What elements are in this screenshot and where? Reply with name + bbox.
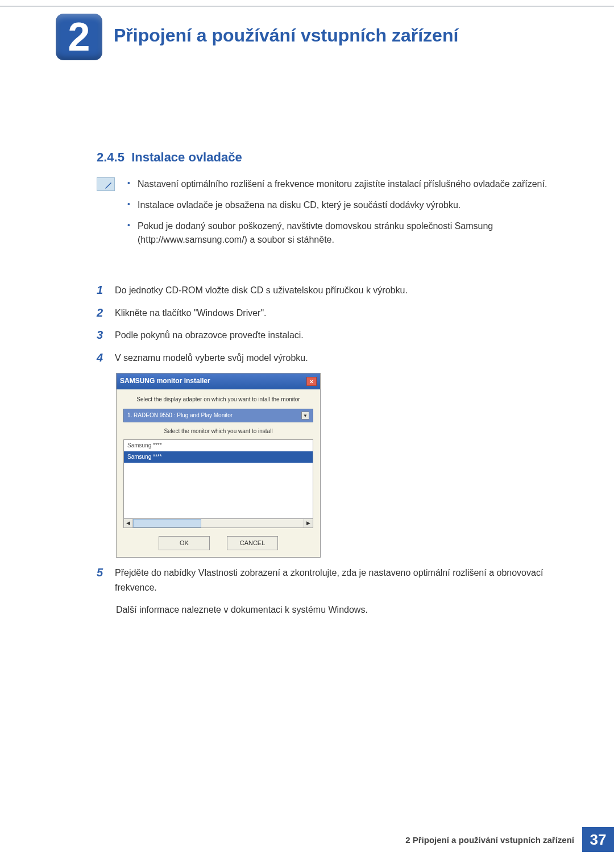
installer-scrollbar[interactable]: ◀ ▶ — [123, 519, 313, 528]
step-number: 1 — [97, 283, 107, 297]
section-number: 2.4.5 — [97, 150, 125, 164]
step-text: Do jednotky CD-ROM vložte disk CD s uživ… — [115, 283, 559, 298]
installer-titlebar: SAMSUNG monitor installer × — [117, 373, 320, 389]
section-heading: 2.4.5 Instalace ovladače — [97, 150, 242, 165]
installer-monitor-list[interactable]: Samsung **** Samsung **** — [123, 439, 313, 519]
installer-buttons: OK CANCEL — [123, 536, 313, 551]
list-item[interactable]: Samsung **** — [124, 440, 313, 451]
step-row: 3 Podle pokynů na obrazovce proveďte ins… — [97, 328, 559, 343]
step-row: 1 Do jednotky CD-ROM vložte disk CD s už… — [97, 283, 559, 298]
note-block: Nastavení optimálního rozlišení a frekve… — [97, 177, 559, 254]
note-icon — [97, 177, 115, 191]
installer-body: Select the display adapter on which you … — [117, 389, 320, 558]
note-list: Nastavení optimálního rozlišení a frekve… — [125, 177, 559, 254]
step-row: 5 Přejděte do nabídky Vlastnosti zobraze… — [97, 566, 559, 595]
installer-adapter-value: 1. RADEON 9550 : Plug and Play Monitor — [127, 411, 233, 420]
list-item[interactable]: Samsung **** — [124, 451, 313, 463]
section-title: Instalace ovladače — [131, 150, 242, 164]
installer-adapter-combo[interactable]: 1. RADEON 9550 : Plug and Play Monitor ▼ — [123, 409, 313, 422]
installer-title: SAMSUNG monitor installer — [120, 376, 210, 387]
top-divider — [0, 6, 614, 7]
chapter-number: 2 — [68, 17, 90, 57]
footer-chapter-text: 2 Připojení a používání vstupních zaříze… — [405, 835, 574, 845]
step-number: 2 — [97, 306, 107, 319]
installer-adapter-label: Select the display adapter on which you … — [123, 395, 313, 404]
note-item: Pokud je dodaný soubor poškozený, navšti… — [125, 219, 559, 248]
step-number: 3 — [97, 328, 107, 342]
step-row: 4 V seznamu modelů vyberte svůj model vý… — [97, 351, 559, 366]
step-text: V seznamu modelů vyberte svůj model výro… — [115, 351, 559, 366]
note-item: Instalace ovladače je obsažena na disku … — [125, 198, 559, 213]
page-footer: 2 Připojení a používání vstupních zaříze… — [405, 827, 614, 852]
scroll-thumb[interactable] — [133, 519, 201, 528]
chapter-badge: 2 — [56, 14, 102, 60]
ok-button[interactable]: OK — [159, 536, 210, 551]
installer-dialog: SAMSUNG monitor installer × Select the d… — [116, 373, 321, 558]
scroll-left-icon[interactable]: ◀ — [124, 519, 133, 528]
note-item: Nastavení optimálního rozlišení a frekve… — [125, 177, 559, 192]
step-text: Klikněte na tlačítko "Windows Driver". — [115, 306, 559, 321]
close-icon[interactable]: × — [306, 377, 317, 386]
steps-block: 1 Do jednotky CD-ROM vložte disk CD s už… — [97, 283, 559, 617]
step-extra-text: Další informace naleznete v dokumentaci … — [116, 603, 559, 617]
step-number: 5 — [97, 566, 107, 579]
step-row: 2 Klikněte na tlačítko "Windows Driver". — [97, 306, 559, 321]
step-text: Podle pokynů na obrazovce proveďte insta… — [115, 328, 559, 343]
scroll-track[interactable] — [133, 519, 304, 528]
footer-page-number: 37 — [582, 827, 614, 852]
cancel-button[interactable]: CANCEL — [227, 536, 278, 551]
chevron-down-icon[interactable]: ▼ — [301, 412, 309, 420]
installer-monitor-label: Select the monitor which you want to ins… — [123, 427, 313, 436]
step-number: 4 — [97, 351, 107, 364]
step-text: Přejděte do nabídky Vlastnosti zobrazení… — [115, 566, 559, 595]
chapter-title: Připojení a používání vstupních zařízení — [114, 25, 458, 46]
scroll-right-icon[interactable]: ▶ — [304, 519, 313, 528]
